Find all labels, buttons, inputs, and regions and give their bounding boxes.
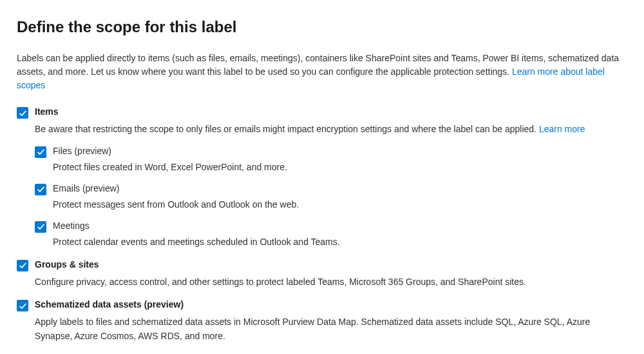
emails-checkbox[interactable] [35, 184, 46, 195]
page-title: Define the scope for this label [17, 18, 627, 36]
scope-items-row: Items [17, 106, 627, 119]
scope-items-label: Items [35, 106, 59, 117]
check-icon [19, 302, 27, 310]
scope-items-checkbox[interactable] [17, 107, 28, 119]
check-icon [37, 222, 45, 231]
emails-desc: Protect messages sent from Outlook and O… [53, 198, 627, 211]
scope-schematized-desc: Apply labels to files and schematized da… [35, 315, 627, 343]
check-icon [37, 185, 45, 193]
scope-groups-label: Groups & sites [35, 259, 99, 270]
scope-items-section: Items Be aware that restricting the scop… [17, 106, 627, 249]
items-sub-list: Files (preview) Protect files created in… [35, 146, 627, 249]
emails-label: Emails (preview) [53, 183, 119, 193]
files-desc: Protect files created in Word, Excel Pow… [53, 161, 627, 174]
files-checkbox[interactable] [35, 146, 46, 158]
intro-paragraph: Labels can be applied directly to items … [17, 52, 627, 92]
sub-item-emails: Emails (preview) Protect messages sent f… [35, 183, 627, 211]
check-icon [19, 261, 27, 270]
scope-groups-row: Groups & sites [17, 259, 627, 271]
scope-groups-section: Groups & sites Configure privacy, access… [17, 259, 627, 290]
check-icon [37, 148, 45, 156]
sub-item-files: Files (preview) Protect files created in… [35, 146, 627, 174]
check-icon [19, 109, 27, 117]
scope-items-desc: Be aware that restricting the scope to o… [35, 123, 627, 137]
sub-item-meetings: Meetings Protect calendar events and mee… [35, 221, 627, 249]
meetings-label: Meetings [53, 221, 90, 231]
scope-schematized-label: Schematized data assets (preview) [35, 299, 184, 310]
scope-schematized-section: Schematized data assets (preview) Apply … [17, 299, 627, 343]
scope-groups-desc: Configure privacy, access control, and o… [35, 275, 627, 290]
meetings-checkbox[interactable] [35, 221, 46, 233]
meetings-desc: Protect calendar events and meetings sch… [53, 235, 627, 249]
scope-schematized-checkbox[interactable] [17, 300, 28, 311]
scope-groups-checkbox[interactable] [17, 260, 28, 271]
scope-schematized-row: Schematized data assets (preview) [17, 299, 627, 311]
files-label: Files (preview) [53, 146, 111, 156]
learn-more-items-link[interactable]: Learn more [539, 124, 585, 134]
